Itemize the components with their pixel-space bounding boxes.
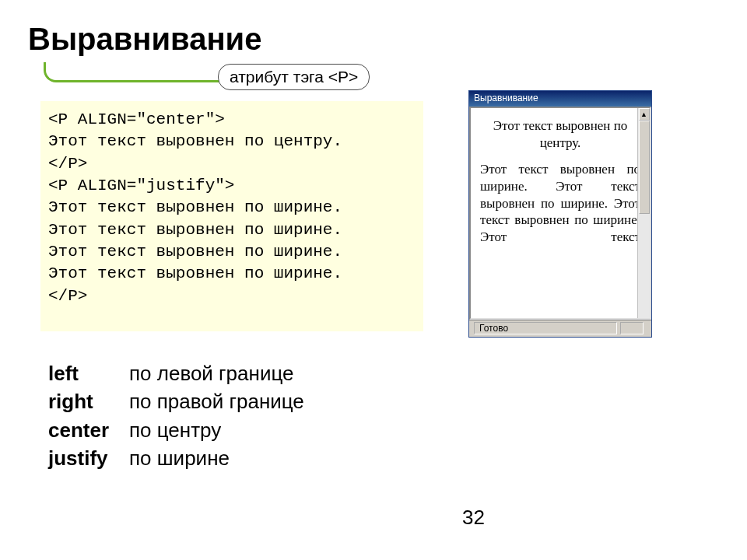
legend-row-justify: justify по ширине [48,444,304,472]
browser-titlebar: Выравнивание [469,91,651,107]
status-cell-2 [620,322,644,334]
legend-key: justify [48,444,129,472]
legend-key: left [48,359,129,387]
browser-statusbar: Готово [469,320,651,335]
slide-title: Выравнивание [28,22,261,57]
legend-desc: по ширине [129,444,230,472]
alignment-legend: left по левой границе right по правой гр… [48,359,304,473]
code-example: <P ALIGN="center"> Этот текст выровнен п… [40,101,423,331]
justified-text: Этот текст выровнен по ширине. Этот текс… [471,158,650,246]
scroll-up-button[interactable]: ▲ [639,108,650,121]
legend-row-left: left по левой границе [48,359,304,387]
legend-desc: по центру [129,416,221,444]
legend-desc: по левой границе [129,359,293,387]
legend-key: right [48,387,129,415]
scroll-thumb[interactable] [639,121,650,214]
legend-row-center: center по центру [48,416,304,444]
legend-desc: по правой границе [129,387,304,415]
legend-key: center [48,416,129,444]
attribute-badge: атрибут тэга <P> [218,64,370,90]
browser-viewport: Этот текст выровнен по центру. Этот текс… [469,107,651,320]
status-text: Готово [474,322,617,334]
page-number: 32 [462,506,485,530]
scrollbar[interactable]: ▲ [637,108,650,318]
centered-text: Этот текст выровнен по центру. [471,108,650,158]
title-underline [44,62,223,82]
browser-preview: Выравнивание Этот текст выровнен по цент… [468,90,652,338]
legend-row-right: right по правой границе [48,387,304,415]
